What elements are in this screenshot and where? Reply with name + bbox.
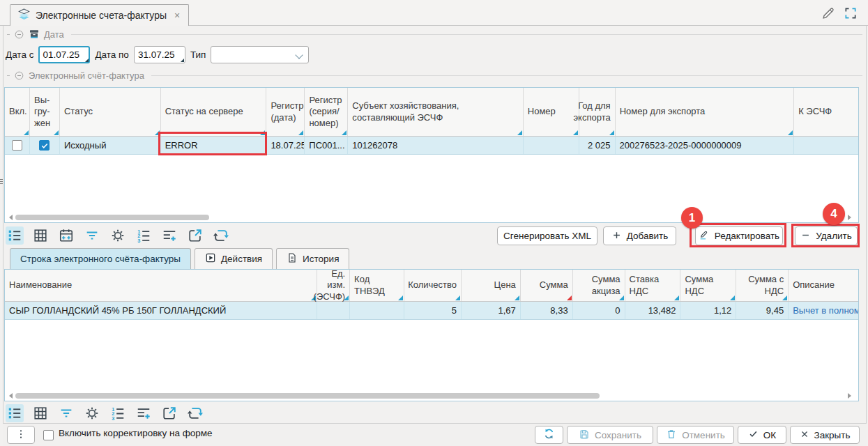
date-from-input[interactable] [38,46,90,63]
annotation-badge-4: 4 [823,203,845,225]
close-button[interactable]: Закрыть [790,426,860,444]
col-header-sum-vat[interactable]: Сумма с НДС [736,270,789,301]
scroll-left-icon[interactable] [9,393,13,399]
refresh-button[interactable] [535,426,563,444]
col-header-qty[interactable]: Количество [404,270,462,301]
repeat-icon[interactable] [186,404,204,422]
check-icon [748,429,759,441]
expand-icon [844,6,858,23]
col-header-reg-date[interactable]: Регистр (дата) [266,88,305,136]
date-group-label: Дата [44,29,64,40]
scroll-thumb[interactable] [15,215,209,220]
fullscreen-button[interactable] [843,7,858,22]
line-table-row[interactable]: СЫР ГОЛЛАНДСКИЙ 45% РБ 150Г ГОЛЛАНДСКИЙ … [5,302,858,320]
more-options-button[interactable] [7,426,35,444]
line-toolbar [6,403,204,424]
grid-view-icon[interactable] [31,226,50,245]
filter-row: Дата с Дата по Тип [6,46,309,63]
col-header-k-eschf[interactable]: К ЭСЧФ [794,88,858,136]
numbered-list-icon[interactable] [135,226,153,245]
description-link[interactable]: Вычет в полном [793,305,858,316]
external-link-icon[interactable] [160,404,178,422]
repeat-icon[interactable] [212,226,230,245]
scroll-right-icon[interactable] [848,393,851,399]
vat-sum-cell: 1,12 [680,302,736,319]
vertical-dots-icon [15,429,26,442]
splitter-grip[interactable] [0,179,3,184]
description-cell: Вычет в полном [789,302,858,319]
invoice-table-hscrollbar[interactable] [6,213,857,221]
filter-icon[interactable] [57,404,75,422]
filter-icon[interactable] [83,226,101,245]
add-row-list-icon[interactable] [160,226,178,245]
col-header-server-status[interactable]: Статус на сервере [161,88,267,136]
edit-form-button[interactable] [821,7,836,22]
included-checkbox[interactable] [12,140,22,151]
external-link-icon[interactable] [186,226,204,245]
play-square-icon [205,252,216,266]
col-header-status[interactable]: Статус [60,88,161,136]
k-eschf-cell [794,137,858,154]
tab-close-icon[interactable]: × [174,10,180,21]
col-header-tnved[interactable]: Код ТНВЭД [350,270,404,301]
tab-history[interactable]: История [276,248,349,269]
invoice-table: Вкл. Вы- гру- жен Статус Статус на серве… [4,87,859,223]
numbered-list-icon[interactable] [109,404,127,422]
generate-xml-button[interactable]: Сгенерировать XML [497,226,597,245]
edit-button[interactable]: Редактировать [695,226,783,245]
add-button[interactable]: Добавить [603,226,676,245]
col-header-export-number[interactable]: Номер для экспорта [616,88,795,136]
correction-checkbox[interactable] [43,430,54,440]
document-tab[interactable]: Электронные счета-фактуры × [10,4,189,26]
col-header-description[interactable]: Описание [789,270,858,301]
invoice-table-header: Вкл. Вы- гру- жен Статус Статус на серве… [5,88,858,137]
col-header-vygruzhen[interactable]: Вы- гру- жен [30,88,60,136]
col-header-sum[interactable]: Сумма [521,270,573,301]
scroll-thumb[interactable] [15,393,600,399]
qty-cell: 5 [404,302,462,319]
ok-button[interactable]: ОК [738,426,786,444]
gear-icon[interactable] [83,404,101,422]
col-header-vat-sum[interactable]: Сумма НДС [680,270,736,301]
pencil-icon [821,6,836,24]
list-view-icon[interactable] [6,404,24,422]
scroll-right-icon[interactable] [848,215,851,220]
subject-cell: 101262078 [348,137,524,154]
col-header-vat-rate[interactable]: Ставка НДС [625,270,681,301]
save-button[interactable]: Сохранить [567,426,653,444]
collapse-date-group-icon[interactable] [14,29,24,40]
col-header-number[interactable]: Номер [524,88,579,136]
collapse-invoice-group-icon[interactable] [14,70,24,81]
type-select[interactable] [211,46,309,63]
tab-actions[interactable]: Действия [195,248,273,269]
name-cell: СЫР ГОЛЛАНДСКИЙ 45% РБ 150Г ГОЛЛАНДСКИЙ [5,302,317,319]
line-table-hscrollbar[interactable] [6,392,857,399]
unit-cell [317,302,350,319]
date-to-label: Дата по [95,49,128,60]
list-view-icon[interactable] [6,226,24,245]
delete-button[interactable]: Удалить [795,226,858,245]
col-header-price[interactable]: Цена [462,270,521,301]
col-header-reg-series[interactable]: Регистр (серия/ номер) [305,88,348,136]
col-header-subject[interactable]: Субъект хозяйствования, составляющий ЭСЧ… [348,88,524,136]
line-table: Наименование Ед. изм. (ЭСЧФ) Код ТНВЭД К… [4,269,859,401]
tab-invoice-line[interactable]: Строка электронного счёта-фактуры [10,248,191,269]
trash-icon [666,429,677,442]
col-header-vkl[interactable]: Вкл. [5,88,30,136]
uploaded-checkbox[interactable] [39,140,50,151]
cancel-button[interactable]: Отменить [657,426,734,444]
invoice-table-row[interactable]: Исходный ERROR 18.07.25 ПС001... 1012620… [5,137,858,155]
add-row-list-icon[interactable] [135,404,153,422]
col-header-year[interactable]: Год для экспорта [579,88,616,136]
scroll-left-icon[interactable] [9,215,13,220]
gear-icon[interactable] [109,226,127,245]
excise-cell: 0 [573,302,625,319]
col-header-excise[interactable]: Сумма акциза [573,270,625,301]
col-header-name[interactable]: Наименование [5,270,317,301]
grid-view-icon[interactable] [31,404,50,422]
col-header-unit[interactable]: Ед. изм. (ЭСЧФ) [317,270,350,301]
calendar-icon[interactable] [57,226,75,245]
chevron-down-icon [296,51,303,59]
server-status-cell: ERROR [161,137,267,154]
date-to-input[interactable] [134,46,185,63]
